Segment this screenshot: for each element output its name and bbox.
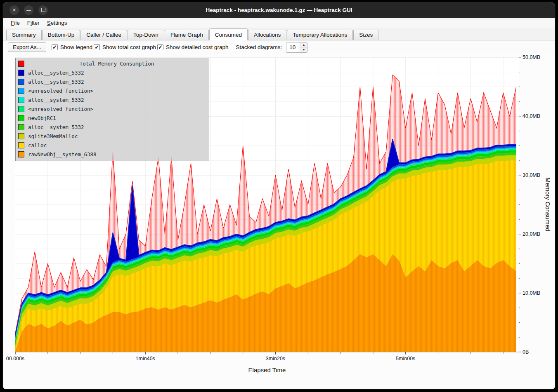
checkbox-label: Show legend [60,44,92,50]
y-tick-label: 20,0MB [523,231,540,237]
legend-label: alloc__system_5332 [28,70,84,76]
tab-sizes[interactable]: Sizes [353,30,378,40]
legend-swatch [18,124,24,130]
x-tick-label: 5min00s [396,356,415,361]
legend-label: rawNewObj__system_6388 [28,151,97,157]
legend-swatch [18,115,24,121]
legend-item: alloc__system_5332 [18,122,206,131]
checkbox-label: Show detailed cost graph [166,44,229,50]
legend-title-row: Total Memory Consumption [18,59,206,68]
legend-label: sqlite3MemMalloc [28,133,78,139]
legend-swatch [18,142,24,148]
legend-label: calloc [28,142,47,148]
legend-item: rawNewObj__system_6388 [18,150,206,159]
spinbox-value: 10 [286,42,300,52]
checkbox-icon: ✓ [157,44,163,50]
checkbox-show-detailed-cost-graph[interactable]: ✓Show detailed cost graph [157,44,229,50]
checkbox-icon: ✓ [52,44,58,50]
x-tick-label: 3min20s [266,356,285,361]
tab-bottom-up[interactable]: Bottom-Up [42,30,80,40]
checkbox-label: Show total cost graph [102,44,156,50]
legend-label: <unresolved function> [28,88,93,94]
legend-swatch [18,70,24,76]
tab-temporary-allocations[interactable]: Temporary Allocations [287,30,353,40]
spinbox-down-button[interactable]: ▼ [300,47,307,52]
legend-swatch [18,97,24,103]
y-tick-label: 10,0MB [523,290,540,296]
menubar: FileFilterSettings [3,18,555,28]
tab-caller-callee[interactable]: Caller / Callee [80,30,127,40]
chart-region: 00.000s1min40s3min20s5min00s0B10,0MB20,0… [3,54,555,389]
export-as-button[interactable]: Export As... [8,42,46,52]
minimize-icon: — [26,8,31,12]
close-button[interactable]: ✕ [9,5,19,15]
y-axis-title: Memory Consumed [544,178,551,232]
x-tick-label: 00.000s [6,356,24,361]
y-tick-label: 30,0MB [523,172,540,178]
legend-item: alloc__system_5332 [18,95,206,104]
x-axis-title: Elapsed Time [15,366,519,373]
legend-item: sqlite3MemMalloc [18,131,206,141]
legend-swatch [18,106,24,112]
legend-item: alloc__system_5332 [18,68,206,77]
legend-swatch [18,79,24,85]
y-tick-label: 50,0MB [523,54,540,60]
tab-allocations[interactable]: Allocations [248,30,286,40]
legend-item: newObjRC1 [18,113,206,122]
legend-item: calloc [18,141,206,150]
checkbox-show-legend[interactable]: ✓Show legend [52,44,92,50]
chart-legend: Total Memory Consumptionalloc__system_53… [15,58,208,161]
legend-label: alloc__system_5332 [28,97,84,103]
legend-swatch [18,133,24,139]
legend-item: <unresolved function> [18,86,206,95]
titlebar[interactable]: ✕ — Heaptrack - heaptrack.wakunode.1.gz … [3,2,555,18]
tab-consumed[interactable]: Consumed [209,28,248,40]
menu-file[interactable]: File [7,19,24,27]
menu-settings[interactable]: Settings [43,19,71,27]
legend-swatch [18,61,24,67]
checkbox-show-total-cost-graph[interactable]: ✓Show total cost graph [94,44,156,50]
maximize-icon [41,8,45,12]
tab-summary[interactable]: Summary [6,30,42,40]
close-icon: ✕ [12,8,16,12]
x-tick-label: 1min40s [136,356,155,361]
spinbox-up-button[interactable]: ▲ [300,42,307,48]
y-tick-label: 0B [523,349,529,355]
legend-label: <unresolved function> [28,106,93,112]
legend-label: alloc__system_5332 [28,79,84,85]
heaptrack-window: ✕ — Heaptrack - heaptrack.wakunode.1.gz … [3,2,555,389]
legend-label: newObjRC1 [28,115,56,121]
window-title: Heaptrack - heaptrack.wakunode.1.gz — He… [3,7,555,13]
stacked-diagrams-label: Stacked diagrams: [236,44,282,50]
legend-swatch [18,88,24,94]
y-tick-label: 40,0MB [523,113,540,119]
tab-top-down[interactable]: Top-Down [128,30,164,40]
menu-filter[interactable]: Filter [24,19,43,27]
spinbox-buttons: ▲ ▼ [300,42,307,52]
legend-label: alloc__system_5332 [28,124,84,130]
toolbar: Export As... ✓Show legend✓Show total cos… [3,40,555,54]
tab-bar: SummaryBottom-UpCaller / CalleeTop-DownF… [3,28,555,40]
stacked-diagrams-spinbox[interactable]: 10 ▲ ▼ [286,42,307,53]
window-controls: ✕ — [3,5,48,15]
checkbox-icon: ✓ [94,44,100,50]
tab-flame-graph[interactable]: Flame Graph [165,30,209,40]
legend-swatch [18,151,24,157]
legend-item: alloc__system_5332 [18,77,206,86]
legend-label: Total Memory Consumption [28,61,206,67]
checkbox-group: ✓Show legend✓Show total cost graph✓Show … [50,44,229,50]
minimize-button[interactable]: — [24,5,33,15]
legend-item: <unresolved function> [18,104,206,113]
maximize-button[interactable] [38,5,48,15]
